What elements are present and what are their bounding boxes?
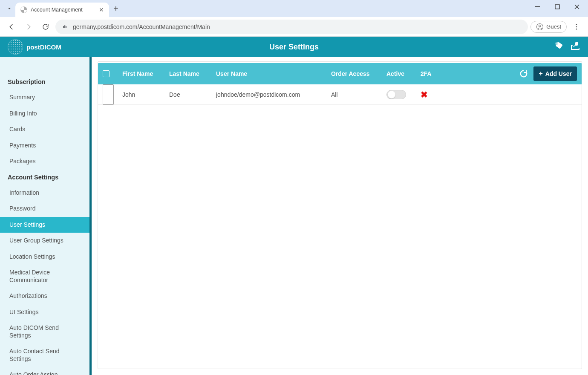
page-title: User Settings (269, 43, 319, 52)
tab-close-icon[interactable]: ✕ (99, 6, 104, 13)
tab-list-dropdown[interactable] (3, 3, 15, 14)
content-frame-border (98, 61, 582, 369)
sidebar-header-account-settings: Account Settings (0, 170, 89, 185)
guest-label: Guest (546, 23, 561, 30)
sidebar-item-payments[interactable]: Payments (0, 138, 89, 154)
browser-toolbar: germany.postdicom.com/AccountManagement/… (0, 17, 588, 37)
app-root: postDICOM User Settings Subscription Sum… (0, 37, 588, 375)
url-text: germany.postdicom.com/AccountManagement/… (73, 23, 210, 30)
brand-name: postDICOM (26, 43, 61, 51)
browser-menu-button[interactable] (569, 20, 584, 34)
user-table-header: First Name Last Name User Name Order Acc… (98, 63, 582, 84)
sidebar: Subscription Summary Billing Info Cards … (0, 57, 92, 375)
sidebar-header-subscription: Subscription (0, 74, 89, 89)
sidebar-item-authorizations[interactable]: Authorizations (0, 288, 89, 304)
app-body: Subscription Summary Billing Info Cards … (0, 57, 588, 375)
content-area: First Name Last Name User Name Order Acc… (92, 57, 588, 375)
active-toggle[interactable] (386, 90, 406, 99)
user-table-row[interactable]: John Doe johndoe/demo@postdicom.com All … (98, 84, 582, 105)
favicon-icon (20, 6, 27, 13)
window-close-button[interactable] (568, 0, 586, 14)
new-tab-button[interactable]: + (113, 4, 118, 14)
col-active[interactable]: Active (384, 70, 418, 77)
row-checkbox[interactable] (103, 84, 114, 105)
sidebar-item-medical-device-communicator[interactable]: Medical Device Communicator (0, 265, 89, 288)
refresh-button[interactable] (517, 67, 530, 80)
cell-user-name: johndoe/demo@postdicom.com (213, 91, 329, 98)
window-maximize-button[interactable] (548, 0, 567, 14)
col-last-name[interactable]: Last Name (167, 70, 213, 77)
add-user-label: Add User (545, 70, 572, 77)
col-user-name[interactable]: User Name (213, 70, 329, 77)
site-settings-icon[interactable] (61, 23, 69, 30)
nav-back-button[interactable] (4, 20, 19, 34)
sidebar-item-auto-contact-send-settings[interactable]: Auto Contact Send Settings (0, 343, 89, 367)
sidebar-item-location-settings[interactable]: Location Settings (0, 249, 89, 265)
sidebar-item-cards[interactable]: Cards (0, 121, 89, 138)
select-all-checkbox[interactable] (103, 70, 110, 77)
col-order-access[interactable]: Order Access (329, 70, 384, 77)
sidebar-item-billing-info[interactable]: Billing Info (0, 106, 89, 122)
nav-forward-button[interactable] (21, 20, 36, 34)
app-header: postDICOM User Settings (0, 37, 588, 57)
sidebar-item-information[interactable]: Information (0, 185, 89, 201)
svg-rect-1 (555, 5, 559, 9)
sidebar-item-user-group-settings[interactable]: User Group Settings (0, 233, 89, 249)
svg-point-3 (539, 25, 541, 27)
svg-point-6 (576, 28, 577, 29)
sidebar-item-summary[interactable]: Summary (0, 89, 89, 106)
sidebar-item-ui-settings[interactable]: UI Settings (0, 304, 89, 320)
nav-reload-button[interactable] (38, 20, 53, 34)
profile-guest-button[interactable]: Guest (530, 21, 567, 33)
logo-icon (8, 39, 23, 55)
cell-order-access: All (329, 91, 384, 98)
svg-point-5 (576, 26, 577, 27)
header-action-icons (554, 41, 580, 53)
svg-point-4 (576, 24, 577, 25)
sidebar-item-packages[interactable]: Packages (0, 153, 89, 170)
exit-icon[interactable] (570, 41, 580, 53)
two-fa-disabled-x-icon: ✖ (421, 90, 428, 99)
col-2fa[interactable]: 2FA (418, 70, 452, 77)
window-controls (528, 0, 586, 14)
brand-logo[interactable]: postDICOM (8, 39, 61, 55)
pricing-icon[interactable] (554, 41, 564, 53)
col-first-name[interactable]: First Name (120, 70, 167, 77)
sidebar-item-password[interactable]: Password (0, 201, 89, 217)
toggle-knob (388, 91, 395, 98)
address-bar[interactable]: germany.postdicom.com/AccountManagement/… (55, 20, 528, 34)
svg-rect-0 (535, 6, 540, 7)
browser-tab-strip: Account Management ✕ + (0, 0, 588, 17)
browser-tab[interactable]: Account Management ✕ (15, 3, 109, 17)
plus-icon: + (539, 70, 542, 78)
tab-title: Account Management (31, 7, 83, 13)
add-user-button[interactable]: + Add User (533, 66, 577, 81)
window-minimize-button[interactable] (528, 0, 547, 14)
cell-last-name: Doe (167, 91, 213, 98)
sidebar-item-user-settings[interactable]: User Settings (0, 217, 89, 233)
sidebar-item-auto-dicom-send-settings[interactable]: Auto DICOM Send Settings (0, 320, 89, 343)
cell-first-name: John (120, 91, 167, 98)
sidebar-item-auto-order-assign-settings[interactable]: Auto Order Assign Settings (0, 367, 89, 375)
